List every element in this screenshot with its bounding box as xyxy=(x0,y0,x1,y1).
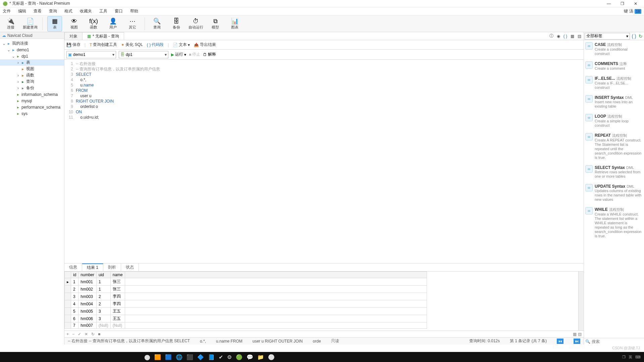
connection-combo[interactable]: ▣demo1▾ xyxy=(66,51,116,58)
menu-2[interactable]: 查看 xyxy=(34,8,42,14)
tool-连接[interactable]: 🔌连接 xyxy=(3,16,18,32)
results-pane: idnumberuidname▸1hm0011张三2hm0021张三3hm003… xyxy=(64,272,584,330)
menu-0[interactable]: 文件 xyxy=(3,8,11,14)
snippet-IF...ELSE...[interactable]: ‹›IF...ELSE...流程控制Create a IF...ELSE... … xyxy=(584,74,644,93)
query-builder-button[interactable]: T 查询创建工具 xyxy=(90,42,117,48)
scrollbar[interactable] xyxy=(578,272,584,330)
snippet-refresh-icon[interactable]: ↻ xyxy=(637,34,644,39)
stop-icon[interactable]: ■ xyxy=(98,332,100,337)
snippet-add-icon[interactable]: ( ) xyxy=(631,34,637,39)
close-button[interactable]: ✕ xyxy=(632,1,639,6)
grid-icon[interactable]: ▦ xyxy=(571,34,574,39)
snippet-CASE[interactable]: ‹›CASE流程控制Create a conditional construct xyxy=(584,40,644,59)
snippet-UPDATE Syntax[interactable]: ‹›UPDATE SyntaxDMLUpdates columns of exi… xyxy=(584,182,644,205)
snippet-INSERT Syntax[interactable]: ‹›INSERT SyntaxDMLInsert new rows into a… xyxy=(584,93,644,112)
result-tab-1[interactable]: 结果 1 xyxy=(82,263,103,271)
tool-图表[interactable]: 📊图表 xyxy=(227,16,242,32)
tab-query[interactable]: ▦* 无标题 - 查询 xyxy=(82,32,124,40)
explain-button[interactable]: 🗒 解释 xyxy=(203,52,216,57)
tool-自动运行[interactable]: ⏱自动运行 xyxy=(189,16,203,32)
grid-view-icon[interactable]: ▦ xyxy=(573,332,577,337)
tree-performance_schema[interactable]: ▸performance_schema xyxy=(0,104,64,110)
database-combo[interactable]: 🗄dp1▾ xyxy=(119,51,168,58)
run-button[interactable]: ▶ 运行 ▾ xyxy=(171,52,186,57)
app-icon: 🟢 xyxy=(3,1,7,6)
tool-视图[interactable]: 👁视图 xyxy=(67,16,82,32)
menu-1[interactable]: 编辑 xyxy=(18,8,26,14)
connection-tree-pane: ☁Navicat Cloud ⌄▸我的连接⌄▸demo1⌄▸dp1›▸表▸视图›… xyxy=(0,32,64,345)
tree-查询[interactable]: ›▸查询 xyxy=(0,78,64,85)
snippet-pane: 全部标签▾ ( ) ↻ ‹›CASE流程控制Create a condition… xyxy=(584,32,644,345)
taskbar-app-icon[interactable]: ⬤ xyxy=(144,354,150,360)
list-icon[interactable]: ▤ xyxy=(578,34,581,39)
menu-4[interactable]: 格式 xyxy=(64,8,72,14)
nav-first-icon[interactable]: ⏮ xyxy=(557,339,564,344)
refresh-icon[interactable]: ↻ xyxy=(91,332,95,337)
info-icon[interactable]: ⓘ xyxy=(549,33,553,39)
snippet-SELECT Syntax[interactable]: ‹›SELECT SyntaxDMLRetrieve rows selected… xyxy=(584,163,644,182)
beautify-button[interactable]: ✦ 美化 SQL xyxy=(121,42,143,48)
menu-8[interactable]: 帮助 xyxy=(130,8,138,14)
tree-information_schema[interactable]: ▸information_schema xyxy=(0,91,64,98)
tree-我的连接[interactable]: ⌄▸我的连接 xyxy=(0,40,64,47)
windows-taskbar[interactable]: ⬤ 🟧 🟦 🌐 ⬛ 🔷 📘 ✔ ⚙ 🟢 💬 📁 ⚪ ❐ 英 ⌨ xyxy=(0,352,644,362)
tool-模型[interactable]: ⧉模型 xyxy=(208,16,223,32)
text-button[interactable]: 📄 文本 ▾ xyxy=(173,42,190,48)
cancel-icon[interactable]: ✕ xyxy=(85,332,88,337)
menu-3[interactable]: 查询 xyxy=(49,8,57,14)
tool-用户[interactable]: 👤用户 xyxy=(106,16,120,32)
tree-dp1[interactable]: ⌄▸dp1 xyxy=(0,53,64,59)
menu-5[interactable]: 收藏夹 xyxy=(80,8,92,14)
editor-tabs: 对象 ▦* 无标题 - 查询 ⓘ ◉ ( ) ▦ ▤ xyxy=(64,32,584,40)
result-tab-3[interactable]: 状态 xyxy=(121,263,139,271)
snippet-search[interactable]: 🔍 xyxy=(584,338,644,345)
braces-icon[interactable]: ( ) xyxy=(564,34,567,39)
status-bar: -- 右外连接 -- 查询所有订单信息，以及订单所属的用户信息 SELECT o… xyxy=(64,337,584,345)
tree-sys[interactable]: ▸sys xyxy=(0,110,64,117)
watermark: CSDN @汤键.TJ xyxy=(612,346,640,351)
result-tab-0[interactable]: 信息 xyxy=(64,263,82,271)
snippet-filter-combo[interactable]: 全部标签▾ xyxy=(585,33,630,40)
export-button[interactable]: 📤 导出结果 xyxy=(194,42,216,48)
snippet-LOOP[interactable]: ‹›LOOP流程控制Create a simple loop construct xyxy=(584,112,644,131)
tree-表[interactable]: ›▸表 xyxy=(0,59,64,66)
account-label[interactable]: 键 汤 xyxy=(624,8,633,14)
tree-demo1[interactable]: ⌄▸demo1 xyxy=(0,47,64,53)
main-area: 对象 ▦* 无标题 - 查询 ⓘ ◉ ( ) ▦ ▤ 💾 保存 | T 查询创建… xyxy=(64,32,584,345)
tool-其它[interactable]: ⋯其它 xyxy=(125,16,140,32)
menu-7[interactable]: 窗口 xyxy=(115,8,123,14)
maximize-button[interactable]: ❐ xyxy=(619,1,626,6)
nav-last-icon[interactable]: ⏭ xyxy=(574,339,580,344)
sql-editor[interactable]: 1234567891011 -- 右外连接 -- 查询所有订单信息，以及订单所属… xyxy=(64,60,584,263)
tool-备份[interactable]: 🗄备份 xyxy=(169,16,184,32)
tool-表[interactable]: ▦表 xyxy=(47,16,62,32)
result-tab-2[interactable]: 剖析 xyxy=(103,263,121,271)
stop-button[interactable]: ■ 停止 xyxy=(189,52,200,57)
search-input[interactable] xyxy=(592,339,643,344)
tool-函数[interactable]: f(x)函数 xyxy=(86,16,101,32)
tab-objects[interactable]: 对象 xyxy=(64,32,83,40)
result-grid[interactable]: idnumberuidname▸1hm0011张三2hm0021张三3hm003… xyxy=(64,272,578,330)
connection-tree[interactable]: ⌄▸我的连接⌄▸demo1⌄▸dp1›▸表▸视图›▸函数›▸查询›▸备份▸inf… xyxy=(0,39,64,345)
snippet-button[interactable]: ( ) 代码段 xyxy=(147,42,164,48)
apply-icon[interactable]: ✓ xyxy=(78,332,81,337)
tree-mysql[interactable]: ▸mysql xyxy=(0,98,64,104)
notification-badge[interactable]: 18 xyxy=(635,9,641,14)
tree-函数[interactable]: ›▸函数 xyxy=(0,72,64,78)
navicat-cloud-header[interactable]: ☁Navicat Cloud xyxy=(0,32,64,39)
tool-新建查询[interactable]: 📄新建查询 xyxy=(23,16,38,32)
minimize-button[interactable]: — xyxy=(605,1,612,6)
tree-备份[interactable]: ›▸备份 xyxy=(0,85,64,91)
snippet-REPEAT[interactable]: ‹›REPEAT流程控制Create A REPEAT construct. T… xyxy=(584,131,644,163)
save-button[interactable]: 💾 保存 xyxy=(66,42,80,48)
tool-查询[interactable]: 🔍查询 xyxy=(150,16,164,32)
menu-bar: 文件编辑查看查询格式收藏夹工具窗口帮助 键 汤 18 xyxy=(0,7,644,15)
snippet-COMMENTS[interactable]: ‹›COMMENTS注释Create a comment xyxy=(584,59,644,74)
add-row-icon[interactable]: + xyxy=(66,332,69,337)
menu-6[interactable]: 工具 xyxy=(99,8,107,14)
preview-icon[interactable]: ◉ xyxy=(557,34,560,39)
tree-视图[interactable]: ▸视图 xyxy=(0,66,64,72)
snippet-WHILE[interactable]: ‹›WHILE流程控制Create a WHILE construct. The… xyxy=(584,205,644,242)
form-view-icon[interactable]: ▤ xyxy=(578,332,582,337)
delete-row-icon[interactable]: − xyxy=(72,332,74,337)
